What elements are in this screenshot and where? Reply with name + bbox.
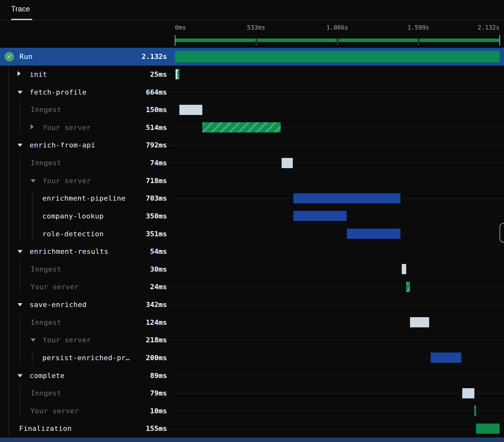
scroll-pill[interactable]: [500, 223, 504, 243]
chevron-down-icon[interactable]: [18, 302, 22, 308]
span-track: [175, 384, 500, 402]
trace-row[interactable]: enrichment-pipeline703ms: [0, 189, 504, 207]
trace-row[interactable]: save-enriched342ms: [0, 296, 504, 314]
timeline-tick-label: 0ms: [175, 24, 186, 31]
trace-row[interactable]: company-lookup350ms: [0, 207, 504, 225]
span-label: Inngest: [31, 318, 61, 326]
span-left-cell: enrichment-pipeline703ms: [0, 189, 169, 207]
span-bar-step[interactable]: [347, 229, 400, 239]
trace-row[interactable]: Your server24ms: [0, 278, 504, 296]
span-left-cell: Your server718ms: [0, 172, 169, 189]
span-bar-server[interactable]: [177, 69, 179, 79]
span-duration: 718ms: [146, 177, 167, 185]
span-label: Your server: [31, 407, 79, 415]
span-duration: 218ms: [146, 336, 167, 344]
span-duration: 25ms: [150, 70, 167, 78]
trace-row[interactable]: Inngest30ms: [0, 260, 504, 278]
trace-row[interactable]: fetch-profile664ms: [0, 83, 504, 101]
span-left-cell: persist-enriched-pr…200ms: [0, 349, 169, 367]
trace-row[interactable]: enrich-from-api792ms: [0, 136, 504, 154]
span-label: Finalization: [19, 424, 72, 432]
span-bar-step[interactable]: [293, 211, 347, 221]
trace-row[interactable]: init25ms: [0, 66, 504, 83]
run-bar[interactable]: [175, 51, 500, 62]
span-left-cell: Your server218ms: [0, 331, 169, 349]
span-label: Inngest: [31, 106, 61, 114]
span-track: [175, 136, 500, 154]
trace-row[interactable]: Inngest74ms: [0, 154, 504, 172]
tree-guide-line: [20, 314, 20, 365]
span-track: [175, 119, 500, 137]
chevron-right-icon[interactable]: [18, 71, 22, 77]
tree-guide-line: [20, 384, 20, 418]
trace-row[interactable]: Inngest79ms: [0, 384, 504, 402]
span-label: Your server: [31, 283, 79, 291]
chevron-down-icon[interactable]: [18, 373, 22, 379]
span-duration: 30ms: [150, 265, 167, 273]
run-duration: 2.132s: [142, 53, 167, 61]
tree-guide-line: [20, 101, 20, 134]
span-duration: 74ms: [150, 159, 167, 167]
span-bar-server[interactable]: [406, 282, 410, 292]
span-track: [175, 349, 500, 367]
trace-row[interactable]: enrichment-results54ms: [0, 243, 504, 260]
chevron-down-icon[interactable]: [31, 178, 35, 184]
timeline-tick-label: 2.132s: [478, 24, 500, 31]
span-label: fetch-profile: [30, 88, 87, 96]
span-bar-inngest[interactable]: [462, 388, 474, 398]
chevron-down-icon[interactable]: [18, 89, 22, 95]
tab-trace[interactable]: Trace: [11, 5, 30, 13]
span-left-cell: enrichment-results54ms: [0, 243, 169, 260]
chevron-down-icon[interactable]: [31, 337, 35, 343]
timeline-tick-label: 533ms: [247, 24, 265, 31]
span-left-cell: Your server514ms: [0, 119, 169, 137]
span-label: Inngest: [31, 159, 61, 167]
trace-row[interactable]: role-detection351ms: [0, 225, 504, 243]
span-bar-inngest[interactable]: [402, 264, 406, 274]
trace-row[interactable]: Your server514ms: [0, 119, 504, 137]
chevron-down-icon[interactable]: [18, 142, 22, 148]
trace-row[interactable]: Inngest124ms: [0, 313, 504, 331]
span-duration: 89ms: [150, 372, 167, 380]
span-duration: 350ms: [146, 212, 167, 220]
span-bar-server[interactable]: [474, 406, 476, 416]
span-left-cell: Inngest79ms: [0, 384, 169, 402]
trace-row[interactable]: Your server218ms: [0, 331, 504, 349]
tree-guide-line: [20, 260, 20, 294]
chevron-right-icon[interactable]: [31, 124, 35, 131]
span-duration: 124ms: [146, 318, 167, 326]
span-duration: 664ms: [146, 88, 167, 96]
run-row[interactable]: ✓Run2.132s: [0, 48, 504, 66]
span-bar-inngest[interactable]: [179, 105, 202, 115]
span-bar-inngest[interactable]: [282, 158, 293, 168]
span-left-cell: Your server10ms: [0, 402, 169, 420]
span-label: Inngest: [31, 265, 61, 273]
trace-row[interactable]: Your server718ms: [0, 172, 504, 189]
span-bar-inngest[interactable]: [410, 317, 429, 327]
run-left-cell: ✓Run2.132s: [0, 48, 169, 66]
span-left-cell: enrich-from-api792ms: [0, 136, 169, 154]
span-bar-server[interactable]: [202, 122, 281, 132]
span-duration: 200ms: [146, 354, 167, 362]
span-track: [175, 313, 500, 331]
span-bar-step[interactable]: [293, 193, 400, 203]
span-track: [175, 296, 500, 314]
trace-row[interactable]: Finalization155ms: [0, 420, 504, 438]
span-bar-final[interactable]: [476, 424, 500, 434]
trace-row[interactable]: Your server10ms: [0, 402, 504, 420]
span-label: complete: [30, 372, 65, 380]
span-left-cell: Finalization155ms: [0, 420, 169, 438]
span-label: enrich-from-api: [30, 141, 95, 149]
chevron-down-icon[interactable]: [18, 248, 22, 254]
tree-guide-line: [20, 154, 20, 241]
trace-row[interactable]: persist-enriched-pr…200ms: [0, 349, 504, 367]
span-label: role-detection: [42, 230, 104, 238]
span-bar-step[interactable]: [431, 353, 461, 363]
trace-row[interactable]: Inngest150ms: [0, 101, 504, 119]
timeline-tick-label: 1.066s: [326, 24, 348, 31]
minimap-tick: [499, 35, 500, 46]
minimap-tick: [418, 39, 419, 46]
status-success-icon: ✓: [4, 52, 14, 61]
trace-row[interactable]: complete89ms: [0, 367, 504, 384]
span-label: company-lookup: [42, 212, 104, 220]
